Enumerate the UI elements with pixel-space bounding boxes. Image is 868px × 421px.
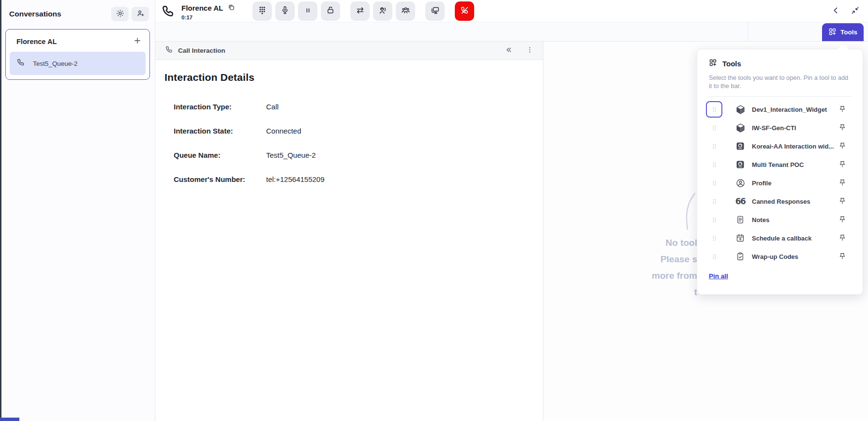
pin-icon[interactable] bbox=[837, 232, 848, 244]
quotes-icon: 66 bbox=[735, 196, 746, 206]
tool-row-canned-responses[interactable]: 66 Canned Responses bbox=[709, 192, 852, 210]
dialpad-button[interactable] bbox=[253, 1, 272, 21]
tool-row-iw-sf-gen-cti[interactable]: IW-SF-Gen-CTI bbox=[709, 119, 852, 137]
strip-divider bbox=[748, 22, 748, 42]
widgets-icon bbox=[828, 28, 837, 37]
contact-name: Florence AL bbox=[181, 4, 223, 12]
add-contact-button[interactable] bbox=[132, 7, 149, 21]
call-topbar: Florence AL 0:17 bbox=[155, 0, 868, 22]
drag-handle[interactable] bbox=[706, 248, 722, 265]
empty-state-line: Please s bbox=[544, 251, 697, 268]
tool-label: IW-SF-Gen-CTI bbox=[752, 124, 837, 132]
field-value: tel:+12564155209 bbox=[266, 175, 325, 183]
divider bbox=[709, 96, 852, 97]
tool-list: Dev1_Interaction_Widget bbox=[709, 100, 852, 266]
detail-row: Customer's Number: tel:+12564155209 bbox=[165, 175, 533, 183]
tool-row-wrap-up-codes[interactable]: Wrap-up Codes bbox=[709, 247, 852, 266]
tools-popup-header: Tools bbox=[709, 59, 852, 69]
screen-share-button[interactable] bbox=[425, 1, 445, 21]
pin-all-link[interactable]: Pin all bbox=[709, 272, 728, 280]
collapse-panel-button[interactable] bbox=[502, 45, 515, 57]
pin-icon[interactable] bbox=[837, 214, 848, 226]
plus-icon[interactable] bbox=[133, 36, 142, 47]
drag-handle[interactable] bbox=[706, 211, 722, 228]
tool-row-schedule-a-callback[interactable]: Schedule a callback bbox=[709, 229, 852, 247]
drag-handle[interactable] bbox=[706, 193, 722, 210]
pin-icon[interactable] bbox=[837, 195, 848, 207]
dialpad-icon bbox=[257, 5, 267, 16]
detail-row: Interaction Type: Call bbox=[165, 103, 533, 111]
pin-icon[interactable] bbox=[837, 251, 848, 262]
phone-icon bbox=[165, 45, 173, 56]
microphone-icon bbox=[280, 5, 290, 16]
pin-icon[interactable] bbox=[837, 159, 848, 170]
pause-icon bbox=[303, 6, 313, 16]
field-value: Connected bbox=[266, 127, 301, 135]
drag-handle[interactable] bbox=[706, 175, 722, 191]
profile-icon bbox=[735, 178, 746, 188]
drag-handle[interactable] bbox=[706, 101, 722, 118]
exit-fullscreen-button[interactable] bbox=[850, 6, 860, 16]
pin-icon[interactable] bbox=[837, 140, 848, 152]
panel-back-button[interactable] bbox=[830, 6, 841, 16]
consult-button[interactable] bbox=[373, 1, 392, 21]
drag-handle[interactable] bbox=[706, 138, 722, 154]
kebab-menu-icon bbox=[526, 46, 534, 55]
details-title: Interaction Details bbox=[165, 72, 533, 83]
koreai-logo-icon bbox=[735, 141, 746, 151]
tools-popup: Tools Select the tools you want to open.… bbox=[697, 49, 863, 295]
conference-button[interactable] bbox=[396, 1, 415, 21]
drag-handle[interactable] bbox=[706, 230, 722, 246]
hold-button[interactable] bbox=[298, 1, 317, 21]
end-call-button[interactable] bbox=[455, 1, 474, 21]
tools-button-label: Tools bbox=[840, 29, 857, 36]
tool-row-notes[interactable]: Notes bbox=[709, 210, 852, 229]
lock-button[interactable] bbox=[321, 1, 340, 21]
tools-popup-title: Tools bbox=[722, 60, 741, 68]
call-interaction-panel: Call Interaction Interaction Details bbox=[155, 42, 543, 421]
koreai-logo-icon bbox=[735, 160, 746, 169]
pin-icon[interactable] bbox=[837, 104, 848, 115]
detail-row: Queue Name: Test5_Queue-2 bbox=[165, 151, 533, 159]
tools-button[interactable]: Tools bbox=[822, 23, 864, 41]
call-controls bbox=[253, 1, 474, 21]
copy-icon[interactable] bbox=[227, 3, 235, 13]
panel-title: Call Interaction bbox=[178, 47, 494, 54]
empty-state-line: t bbox=[544, 284, 697, 301]
empty-state-text: No tool Please s more from t bbox=[544, 235, 697, 301]
empty-state-line: more from bbox=[544, 268, 697, 284]
conversation-item[interactable]: Test5_Queue-2 bbox=[10, 52, 146, 75]
empty-state-line: No tool bbox=[544, 235, 697, 251]
phone-slash-icon bbox=[460, 5, 470, 17]
detail-row: Interaction State: Connected bbox=[165, 127, 533, 135]
agent-desktop-app: Conversations bbox=[0, 0, 868, 421]
tool-row-multi-tenant-poc[interactable]: Multi Tenant POC bbox=[709, 155, 852, 174]
drag-handle[interactable] bbox=[706, 120, 722, 136]
settings-button[interactable] bbox=[111, 7, 129, 21]
active-contact: Florence AL 0:17 bbox=[161, 2, 235, 20]
tool-label: Dev1_Interaction_Widget bbox=[752, 106, 837, 113]
transfer-button[interactable] bbox=[350, 1, 370, 21]
field-label: Queue Name: bbox=[165, 151, 266, 159]
phone-icon bbox=[16, 58, 25, 69]
conversation-group-header: Florence AL bbox=[10, 33, 146, 52]
pin-icon[interactable] bbox=[837, 122, 848, 134]
field-label: Customer's Number: bbox=[165, 175, 266, 183]
screen-share-icon bbox=[430, 5, 440, 17]
interaction-details: Interaction Details Interaction Type: Ca… bbox=[155, 60, 543, 183]
tool-label: Wrap-up Codes bbox=[752, 253, 837, 260]
tool-label: Multi Tenant POC bbox=[752, 161, 837, 168]
window-controls bbox=[830, 6, 860, 16]
tool-row-koreai-aa-interaction-widget[interactable]: Koreai-AA Interaction wid... bbox=[709, 137, 852, 155]
mute-button[interactable] bbox=[275, 1, 295, 21]
double-chevron-left-icon bbox=[504, 45, 513, 56]
pin-icon[interactable] bbox=[837, 177, 848, 189]
package-icon bbox=[735, 105, 746, 115]
sidebar-title: Conversations bbox=[9, 10, 108, 18]
tool-row-profile[interactable]: Profile bbox=[709, 174, 852, 192]
panel-menu-button[interactable] bbox=[524, 45, 536, 57]
drag-handle[interactable] bbox=[706, 156, 722, 173]
collapse-icon bbox=[851, 6, 860, 16]
phone-icon bbox=[161, 4, 175, 20]
tool-row-dev1-interaction-widget[interactable]: Dev1_Interaction_Widget bbox=[709, 100, 852, 119]
